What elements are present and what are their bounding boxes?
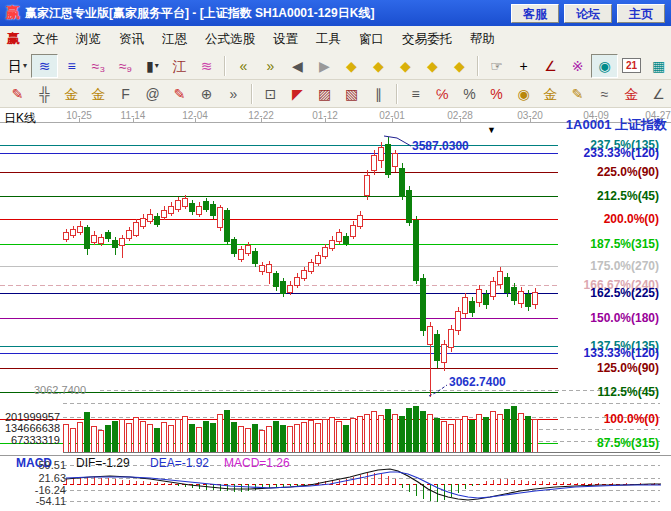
percent-angle-icon[interactable]: ℅	[429, 82, 456, 106]
macd-dea-value: DEA=-1.92	[150, 456, 209, 470]
trough-price-annotation: 3062.7400	[449, 375, 506, 389]
flower-tool-icon[interactable]: ※	[564, 54, 591, 78]
hand-tool-icon[interactable]: ☞	[483, 54, 510, 78]
axis-date-label: 03-20	[512, 110, 548, 121]
wave-tool-icon[interactable]: ≈	[591, 82, 618, 106]
diamond-left-icon[interactable]: ◆	[392, 54, 419, 78]
gann-level-label: 100.0%(0)	[604, 412, 659, 426]
gann-level-label: 187.5%(315)	[590, 237, 659, 251]
macd-scale-label: -54.11	[4, 495, 66, 507]
period-label: 日K线	[4, 110, 36, 127]
diamond-expand-icon[interactable]: ◆	[338, 54, 365, 78]
scale-ruler-icon[interactable]: ≡	[402, 82, 429, 106]
next-bar-icon[interactable]: ▶	[311, 54, 338, 78]
titlebar-button-luntan[interactable]: 论坛	[564, 4, 612, 23]
gold-brush-icon[interactable]: ✎	[564, 82, 591, 106]
gold-grid-icon[interactable]: 金	[58, 82, 85, 106]
application-window: 赢 赢家江恩专业版[赢家服务平台] - [上证指数 SH1A0001-129日K…	[0, 0, 671, 511]
wave-9-icon[interactable]: ≈₉	[112, 54, 139, 78]
diamond-vertical-icon[interactable]: ◆	[446, 54, 473, 78]
calendar-icon[interactable]: 21	[618, 54, 645, 78]
menu-browse[interactable]: 浏览	[67, 28, 110, 51]
more-tools-icon[interactable]: »	[220, 82, 247, 106]
gold-line-icon[interactable]: 金	[618, 82, 645, 106]
menu-items: 文件浏览资讯江恩公式选股设置工具窗口交易委托帮助	[24, 28, 504, 51]
volume-bars-layer	[64, 406, 538, 452]
toolbar-drawing: ✎╬金金F@✎⊕»⊡◤▨▧∥≡℅%%◉金✎≈金∠	[0, 80, 671, 108]
spiral-icon[interactable]: @	[139, 82, 166, 106]
menu-gann[interactable]: 江恩	[153, 28, 196, 51]
calculator-icon[interactable]: ▦	[645, 54, 671, 78]
axis-date-label: 11-14	[115, 110, 151, 121]
menu-window[interactable]: 窗口	[350, 28, 393, 51]
gann-level-label: 175.0%(270)	[590, 259, 659, 273]
first-bar-icon[interactable]: «	[230, 54, 257, 78]
symbol-dropdown-icon[interactable]: ▼	[487, 125, 496, 135]
ray-fan-icon[interactable]: ◤	[284, 82, 311, 106]
axis-date-label: 01-12	[307, 110, 343, 121]
title-bar: 赢 赢家江恩专业版[赢家服务平台] - [上证指数 SH1A0001-129日K…	[0, 0, 671, 26]
gold-grid2-icon[interactable]: 金	[85, 82, 112, 106]
gann-level-label: 212.5%(45)	[597, 189, 659, 203]
candle-style-button[interactable]: ▮▾	[139, 54, 166, 78]
menu-tools[interactable]: 工具	[307, 28, 350, 51]
color-bars-icon[interactable]: ≋	[193, 54, 220, 78]
titlebar-button-kefu[interactable]: 客服	[511, 4, 559, 23]
gann-level-label: 150.0%(180)	[590, 311, 659, 325]
gann-level-label: 87.5%(315)	[597, 436, 659, 450]
gann-level-label: 225.0%(90)	[597, 165, 659, 179]
axis-date-label: 12-22	[243, 110, 279, 121]
percent-icon[interactable]: %	[456, 82, 483, 106]
menu-formula-stock-pick[interactable]: 公式选股	[196, 28, 264, 51]
macd-dif-value: DIF=-1.29	[76, 456, 130, 470]
circle-cross-icon[interactable]: ⊕	[193, 82, 220, 106]
percent-levels-icon[interactable]: %	[483, 82, 510, 106]
gann-level-label: 125.0%(90)	[597, 361, 659, 375]
menu-trade[interactable]: 交易委托	[393, 28, 461, 51]
f-grid-icon[interactable]: F	[112, 82, 139, 106]
brush-ruler-icon[interactable]: ✎	[166, 82, 193, 106]
kline-canvas	[0, 108, 671, 511]
menu-file[interactable]: 文件	[24, 28, 67, 51]
brain-tool-icon[interactable]: ◉	[591, 54, 618, 78]
trend-wave-icon[interactable]: ≋	[31, 54, 58, 78]
menu-help[interactable]: 帮助	[461, 28, 504, 51]
crosshair-tool-icon[interactable]: +	[510, 54, 537, 78]
gann-level-label: 112.5%(45)	[598, 385, 659, 399]
app-logo-icon: 赢	[6, 4, 20, 22]
period-day-button[interactable]: 日▾	[4, 54, 31, 78]
titlebar-buttons: 客服论坛主页	[511, 4, 671, 23]
info-list-icon[interactable]: ≡	[58, 54, 85, 78]
last-bar-icon[interactable]: »	[257, 54, 284, 78]
fan-box-icon[interactable]: ▨	[311, 82, 338, 106]
axis-date-label: 10-25	[61, 110, 97, 121]
gann-tools-icon[interactable]: 江	[166, 54, 193, 78]
chart-area: 日K线 1A0001 上证指数 ▼ 3587.0300 3062.7400 30…	[0, 108, 671, 511]
box-tool-icon[interactable]: ⊡	[257, 82, 284, 106]
axis-date-label: 04-09	[578, 110, 614, 121]
angle-lines-icon[interactable]: ∠	[645, 82, 671, 106]
fence-icon[interactable]: ╬	[31, 82, 58, 106]
axis-date-label: 04-27	[640, 110, 671, 121]
diamond-right-icon[interactable]: ◆	[419, 54, 446, 78]
golden-circle-icon[interactable]: ◉	[510, 82, 537, 106]
volume-scale-label: 134666638	[0, 422, 60, 434]
fan-box2-icon[interactable]: ▧	[338, 82, 365, 106]
wave-3-icon[interactable]: ≈₃	[85, 54, 112, 78]
menubar-logo-icon: 赢	[7, 30, 20, 48]
diamond-shrink-icon[interactable]: ◆	[365, 54, 392, 78]
toolbar-separator	[396, 84, 398, 104]
menu-news[interactable]: 资讯	[110, 28, 153, 51]
prev-bar-icon[interactable]: ◀	[284, 54, 311, 78]
axis-date-label: 02-28	[442, 110, 478, 121]
brush-icon[interactable]: ✎	[4, 82, 31, 106]
window-title: 赢家江恩专业版[赢家服务平台] - [上证指数 SH1A0001-129日K线]	[25, 5, 374, 22]
macd-scale-label: 59.51	[4, 459, 66, 471]
golden-level-icon[interactable]: 金	[537, 82, 564, 106]
titlebar-button-zhuye[interactable]: 主页	[617, 4, 665, 23]
gann-level-label: 233.33%(120)	[584, 146, 659, 160]
menu-settings[interactable]: 设置	[264, 28, 307, 51]
parallel-lines-icon[interactable]: ∥	[365, 82, 392, 106]
angle-tool-icon[interactable]: ∠	[537, 54, 564, 78]
volume-scale-label: 67333319	[0, 434, 60, 446]
